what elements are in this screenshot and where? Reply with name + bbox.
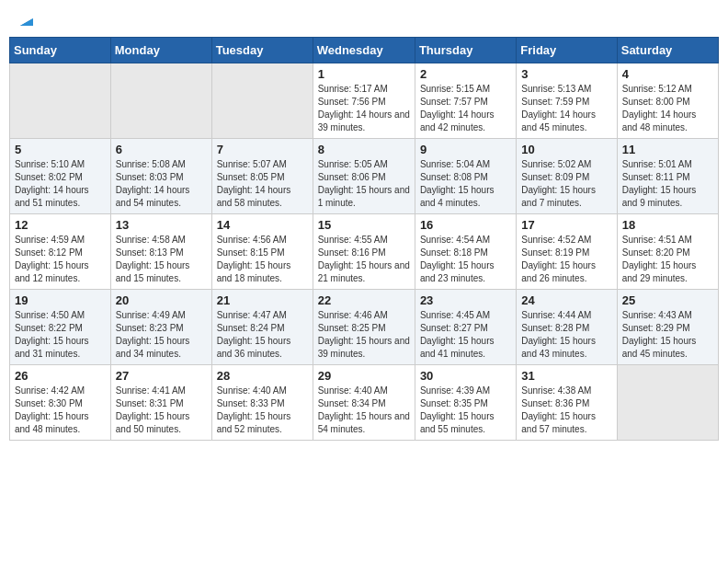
calendar-cell xyxy=(211,63,313,139)
calendar-cell xyxy=(617,365,718,441)
calendar-cell xyxy=(110,63,211,139)
day-number: 4 xyxy=(622,67,713,81)
calendar-cell: 7Sunrise: 5:07 AM Sunset: 8:05 PM Daylig… xyxy=(211,139,313,214)
calendar-cell: 14Sunrise: 4:56 AM Sunset: 8:15 PM Dayli… xyxy=(211,214,313,290)
calendar-cell: 12Sunrise: 4:59 AM Sunset: 8:12 PM Dayli… xyxy=(10,214,111,290)
day-number: 5 xyxy=(15,143,106,156)
day-number: 18 xyxy=(622,218,713,232)
day-number: 12 xyxy=(15,218,106,232)
calendar-cell: 4Sunrise: 5:12 AM Sunset: 8:00 PM Daylig… xyxy=(617,63,718,139)
day-number: 29 xyxy=(318,369,410,383)
day-number: 2 xyxy=(420,67,511,81)
day-info: Sunrise: 4:46 AM Sunset: 8:25 PM Dayligh… xyxy=(318,309,410,361)
day-info: Sunrise: 4:47 AM Sunset: 8:24 PM Dayligh… xyxy=(217,309,308,361)
day-number: 23 xyxy=(420,293,511,307)
day-info: Sunrise: 4:41 AM Sunset: 8:31 PM Dayligh… xyxy=(116,385,207,436)
calendar-cell: 9Sunrise: 5:04 AM Sunset: 8:08 PM Daylig… xyxy=(415,139,516,214)
day-info: Sunrise: 5:15 AM Sunset: 7:57 PM Dayligh… xyxy=(420,83,511,134)
day-info: Sunrise: 5:08 AM Sunset: 8:03 PM Dayligh… xyxy=(116,158,207,210)
day-number: 17 xyxy=(521,218,611,232)
day-number: 6 xyxy=(116,143,207,156)
day-info: Sunrise: 5:02 AM Sunset: 8:09 PM Dayligh… xyxy=(521,158,611,210)
calendar-cell: 15Sunrise: 4:55 AM Sunset: 8:16 PM Dayli… xyxy=(313,214,415,290)
day-number: 27 xyxy=(116,369,207,383)
calendar-cell: 22Sunrise: 4:46 AM Sunset: 8:25 PM Dayli… xyxy=(313,290,415,365)
day-info: Sunrise: 4:45 AM Sunset: 8:27 PM Dayligh… xyxy=(420,309,511,361)
calendar-header-monday: Monday xyxy=(110,38,211,63)
day-number: 20 xyxy=(116,293,207,307)
calendar-week-row: 19Sunrise: 4:50 AM Sunset: 8:22 PM Dayli… xyxy=(10,290,719,365)
day-number: 28 xyxy=(217,369,308,383)
day-info: Sunrise: 5:17 AM Sunset: 7:56 PM Dayligh… xyxy=(318,83,410,134)
day-number: 16 xyxy=(420,218,511,232)
day-number: 19 xyxy=(15,293,106,307)
calendar-cell: 29Sunrise: 4:40 AM Sunset: 8:34 PM Dayli… xyxy=(313,365,415,441)
calendar-cell: 5Sunrise: 5:10 AM Sunset: 8:02 PM Daylig… xyxy=(10,139,111,214)
day-number: 9 xyxy=(420,143,511,156)
calendar-week-row: 5Sunrise: 5:10 AM Sunset: 8:02 PM Daylig… xyxy=(10,139,719,214)
day-info: Sunrise: 4:52 AM Sunset: 8:19 PM Dayligh… xyxy=(521,234,611,285)
calendar-cell: 8Sunrise: 5:05 AM Sunset: 8:06 PM Daylig… xyxy=(313,139,415,214)
day-number: 13 xyxy=(116,218,207,232)
day-number: 15 xyxy=(318,218,410,232)
calendar-cell: 24Sunrise: 4:44 AM Sunset: 8:28 PM Dayli… xyxy=(517,290,617,365)
day-info: Sunrise: 5:07 AM Sunset: 8:05 PM Dayligh… xyxy=(217,158,308,210)
day-info: Sunrise: 5:10 AM Sunset: 8:02 PM Dayligh… xyxy=(15,158,106,210)
day-info: Sunrise: 4:39 AM Sunset: 8:35 PM Dayligh… xyxy=(420,385,511,436)
day-info: Sunrise: 4:38 AM Sunset: 8:36 PM Dayligh… xyxy=(521,385,611,436)
page-header xyxy=(9,9,719,29)
day-info: Sunrise: 4:40 AM Sunset: 8:34 PM Dayligh… xyxy=(318,385,410,436)
calendar-cell: 26Sunrise: 4:42 AM Sunset: 8:30 PM Dayli… xyxy=(10,365,111,441)
calendar-cell: 16Sunrise: 4:54 AM Sunset: 8:18 PM Dayli… xyxy=(415,214,516,290)
day-info: Sunrise: 4:43 AM Sunset: 8:29 PM Dayligh… xyxy=(622,309,713,361)
day-number: 24 xyxy=(521,293,611,307)
calendar-week-row: 26Sunrise: 4:42 AM Sunset: 8:30 PM Dayli… xyxy=(10,365,719,441)
calendar-week-row: 12Sunrise: 4:59 AM Sunset: 8:12 PM Dayli… xyxy=(10,214,719,290)
calendar-cell: 2Sunrise: 5:15 AM Sunset: 7:57 PM Daylig… xyxy=(415,63,516,139)
day-info: Sunrise: 4:59 AM Sunset: 8:12 PM Dayligh… xyxy=(15,234,106,285)
calendar-cell: 3Sunrise: 5:13 AM Sunset: 7:59 PM Daylig… xyxy=(517,63,617,139)
calendar-cell: 6Sunrise: 5:08 AM Sunset: 8:03 PM Daylig… xyxy=(110,139,211,214)
day-info: Sunrise: 4:54 AM Sunset: 8:18 PM Dayligh… xyxy=(420,234,511,285)
calendar-week-row: 1Sunrise: 5:17 AM Sunset: 7:56 PM Daylig… xyxy=(10,63,719,139)
calendar-cell: 11Sunrise: 5:01 AM Sunset: 8:11 PM Dayli… xyxy=(617,139,718,214)
day-info: Sunrise: 4:49 AM Sunset: 8:23 PM Dayligh… xyxy=(116,309,207,361)
calendar-cell: 19Sunrise: 4:50 AM Sunset: 8:22 PM Dayli… xyxy=(10,290,111,365)
calendar-cell: 1Sunrise: 5:17 AM Sunset: 7:56 PM Daylig… xyxy=(313,63,415,139)
calendar-cell: 10Sunrise: 5:02 AM Sunset: 8:09 PM Dayli… xyxy=(517,139,617,214)
calendar-header-tuesday: Tuesday xyxy=(211,38,313,63)
calendar-header-row: SundayMondayTuesdayWednesdayThursdayFrid… xyxy=(10,38,719,63)
day-number: 7 xyxy=(217,143,308,156)
calendar-header-sunday: Sunday xyxy=(10,38,111,63)
day-info: Sunrise: 4:58 AM Sunset: 8:13 PM Dayligh… xyxy=(116,234,207,285)
day-number: 30 xyxy=(420,369,511,383)
day-info: Sunrise: 4:55 AM Sunset: 8:16 PM Dayligh… xyxy=(318,234,410,285)
day-info: Sunrise: 5:12 AM Sunset: 8:00 PM Dayligh… xyxy=(622,83,713,134)
day-number: 8 xyxy=(318,143,410,156)
day-number: 31 xyxy=(521,369,611,383)
day-info: Sunrise: 4:50 AM Sunset: 8:22 PM Dayligh… xyxy=(15,309,106,361)
day-number: 21 xyxy=(217,293,308,307)
day-number: 1 xyxy=(318,67,410,81)
calendar-cell: 30Sunrise: 4:39 AM Sunset: 8:35 PM Dayli… xyxy=(415,365,516,441)
calendar-cell: 18Sunrise: 4:51 AM Sunset: 8:20 PM Dayli… xyxy=(617,214,718,290)
day-info: Sunrise: 5:05 AM Sunset: 8:06 PM Dayligh… xyxy=(318,158,410,210)
day-number: 10 xyxy=(521,143,611,156)
calendar-table: SundayMondayTuesdayWednesdayThursdayFrid… xyxy=(9,37,719,441)
day-number: 3 xyxy=(521,67,611,81)
logo-icon xyxy=(15,9,35,29)
calendar-cell: 31Sunrise: 4:38 AM Sunset: 8:36 PM Dayli… xyxy=(517,365,617,441)
calendar-header-saturday: Saturday xyxy=(617,38,718,63)
day-info: Sunrise: 5:13 AM Sunset: 7:59 PM Dayligh… xyxy=(521,83,611,134)
calendar-cell: 20Sunrise: 4:49 AM Sunset: 8:23 PM Dayli… xyxy=(110,290,211,365)
day-info: Sunrise: 4:42 AM Sunset: 8:30 PM Dayligh… xyxy=(15,385,106,436)
day-number: 25 xyxy=(622,293,713,307)
svg-marker-1 xyxy=(20,18,33,26)
calendar-cell: 27Sunrise: 4:41 AM Sunset: 8:31 PM Dayli… xyxy=(110,365,211,441)
calendar-cell: 21Sunrise: 4:47 AM Sunset: 8:24 PM Dayli… xyxy=(211,290,313,365)
calendar-header-friday: Friday xyxy=(517,38,617,63)
day-info: Sunrise: 5:01 AM Sunset: 8:11 PM Dayligh… xyxy=(622,158,713,210)
calendar-cell: 17Sunrise: 4:52 AM Sunset: 8:19 PM Dayli… xyxy=(517,214,617,290)
calendar-header-thursday: Thursday xyxy=(415,38,516,63)
calendar-cell xyxy=(10,63,111,139)
